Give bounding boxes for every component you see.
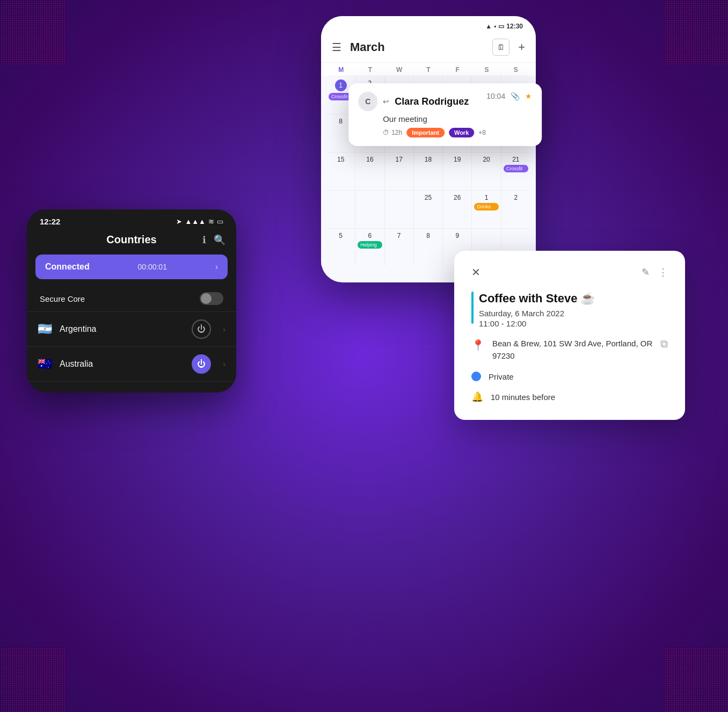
calendar-view-button[interactable]: 🗓: [492, 39, 509, 56]
add-event-button[interactable]: +: [518, 40, 525, 54]
notification-duration: ⏱ 12h: [383, 129, 402, 136]
day-label-f: F: [443, 66, 472, 74]
calendar-cell-21[interactable]: 21 Crossfit: [501, 152, 530, 190]
event-title-row: Coffee with Steve ☕ Saturday, 6 March 20…: [471, 292, 668, 328]
event-card-actions: ✎ ⋮: [642, 266, 668, 278]
vpn-secure-core-toggle[interactable]: [200, 292, 223, 305]
vpn-status-bar: 12:22 ➤ ▲▲▲ ≋ ▭: [27, 209, 236, 230]
event-helping[interactable]: Helping: [358, 241, 382, 249]
signal-icon: ▲: [485, 23, 492, 30]
calendar-cell-20[interactable]: 20: [472, 152, 501, 190]
calendar-cell-26[interactable]: 26: [443, 191, 472, 228]
status-right-icons: ▲ ▪ ▭ 12:30: [485, 23, 523, 30]
calendar-cell-empty-1[interactable]: [326, 191, 355, 228]
event-crossfit-21[interactable]: Crossfit: [504, 165, 528, 172]
reply-arrow-icon: ↩: [383, 97, 389, 106]
calendar-cell-5-4[interactable]: 8: [414, 229, 443, 266]
event-location-text: Bean & Brew, 101 SW 3rd Ave, Portland, O…: [492, 338, 654, 362]
vpn-search-button[interactable]: 🔍: [214, 234, 225, 246]
cell-date-15: 15: [329, 156, 353, 163]
event-privacy-label: Private: [489, 372, 514, 381]
event-close-button[interactable]: ✕: [471, 266, 481, 279]
cell-date-20: 20: [474, 156, 498, 163]
notification-time: 10:04: [486, 92, 505, 100]
vpn-secure-core-label: Secure Core: [40, 294, 85, 303]
day-label-t2: T: [414, 66, 443, 74]
day-label-m: M: [326, 66, 355, 74]
event-color-bar: [471, 292, 474, 324]
location-arrow-icon: ➤: [176, 217, 182, 226]
event-title-info: Coffee with Steve ☕ Saturday, 6 March 20…: [479, 292, 668, 328]
event-edit-button[interactable]: ✎: [642, 266, 650, 278]
calendar-week-3: 15 16 17 18 19 20 21 Crossfit: [326, 152, 530, 190]
event-more-button[interactable]: ⋮: [658, 266, 668, 278]
decoration-tl: [0, 0, 64, 64]
calendar-cell-19[interactable]: 19: [443, 152, 472, 190]
calendar-status-bar: ▲ ▪ ▭ 12:30: [321, 16, 536, 34]
location-pin-icon: 📍: [471, 339, 485, 352]
notification-right: 10:04 📎 ★: [486, 92, 532, 100]
event-location-row: 📍 Bean & Brew, 101 SW 3rd Ave, Portland,…: [471, 338, 668, 362]
tag-work: Work: [449, 128, 474, 137]
wifi-icon: ▪: [494, 23, 496, 30]
calendar-cell-empty-3[interactable]: [385, 191, 414, 228]
event-drinks[interactable]: Drinks: [474, 203, 498, 210]
cell-date-16: 16: [358, 156, 382, 163]
argentina-label: Argentina: [60, 324, 184, 334]
calendar-header-actions: 🗓 +: [492, 39, 525, 56]
vpn-secure-core-row: Secure Core: [27, 286, 236, 312]
calendar-cell-5-2[interactable]: 6 Helping: [355, 229, 384, 266]
copy-location-button[interactable]: ⧉: [660, 338, 668, 350]
event-detail-card: ✕ ✎ ⋮ Coffee with Steve ☕ Saturday, 6 Ma…: [454, 251, 685, 420]
toggle-knob: [201, 293, 212, 304]
hamburger-menu-icon[interactable]: ☰: [332, 41, 341, 54]
decoration-br: [664, 648, 728, 712]
calendar-cell-apr2[interactable]: 2: [501, 191, 530, 228]
cell-date-7: 7: [387, 232, 411, 239]
event-date: Saturday, 6 March 2022: [479, 309, 668, 318]
cell-date-1: 1: [335, 79, 347, 91]
australia-flag-icon: 🇦🇺: [38, 357, 52, 371]
cell-date-19: 19: [445, 156, 469, 163]
cell-date-25: 25: [416, 194, 440, 201]
event-title: Coffee with Steve ☕: [479, 292, 668, 306]
country-item-australia[interactable]: 🇦🇺 Australia ⏻ ›: [27, 347, 236, 382]
calendar-month-title: March: [350, 40, 385, 54]
argentina-flag-icon: 🇦🇷: [38, 322, 52, 336]
argentina-power-button[interactable]: ⏻: [192, 319, 211, 339]
cell-date-6: 6: [358, 232, 382, 239]
australia-chevron-icon: ›: [223, 360, 225, 368]
day-label-t1: T: [355, 66, 384, 74]
battery-icon: ▭: [498, 23, 504, 30]
calendar-cell-5-1[interactable]: 5: [326, 229, 355, 266]
calendar-cell-16[interactable]: 16: [355, 152, 384, 190]
vpn-info-button[interactable]: ℹ: [202, 234, 206, 246]
country-item-argentina[interactable]: 🇦🇷 Argentina ⏻ ›: [27, 312, 236, 347]
vpn-connected-label: Connected: [45, 262, 90, 272]
calendar-phone-mockup: ▲ ▪ ▭ 12:30 ☰ March 🗓 + M T W T F S S: [321, 16, 536, 282]
calendar-cell-5-3[interactable]: 7: [385, 229, 414, 266]
calendar-cell-empty-2[interactable]: [355, 191, 384, 228]
calendar-week-4: 25 26 1 Drinks 2: [326, 190, 530, 228]
vpn-status-icons: ➤ ▲▲▲ ≋ ▭: [176, 217, 223, 226]
notification-popup: C ↩ Clara Rodriguez 10:04 📎 ★ Our meetin…: [348, 83, 542, 146]
calendar-cell-apr1[interactable]: 1 Drinks: [472, 191, 501, 228]
notification-title-area: ↩ Clara Rodriguez: [383, 96, 469, 107]
notification-sender: Clara Rodriguez: [395, 96, 469, 107]
calendar-cell-25[interactable]: 25: [414, 191, 443, 228]
cell-date-5: 5: [329, 232, 353, 239]
vpn-battery-icon: ▭: [217, 217, 223, 226]
notification-avatar: C: [358, 92, 377, 111]
vpn-title: Countries: [106, 234, 156, 246]
calendar-cell-18[interactable]: 18: [414, 152, 443, 190]
australia-power-button[interactable]: ⏻: [192, 354, 211, 374]
vpn-status-time: 12:22: [40, 217, 60, 226]
vpn-connected-bar[interactable]: Connected 00:00:01 ›: [35, 255, 228, 279]
cell-date-apr9: 9: [445, 232, 469, 239]
calendar-cell-15[interactable]: 15: [326, 152, 355, 190]
cell-date-18: 18: [416, 156, 440, 163]
calendar-cell-17[interactable]: 17: [385, 152, 414, 190]
vpn-header: Countries ℹ 🔍: [27, 230, 236, 255]
vpn-signal-icon: ▲▲▲: [185, 217, 206, 226]
vpn-header-actions: ℹ 🔍: [202, 234, 225, 246]
